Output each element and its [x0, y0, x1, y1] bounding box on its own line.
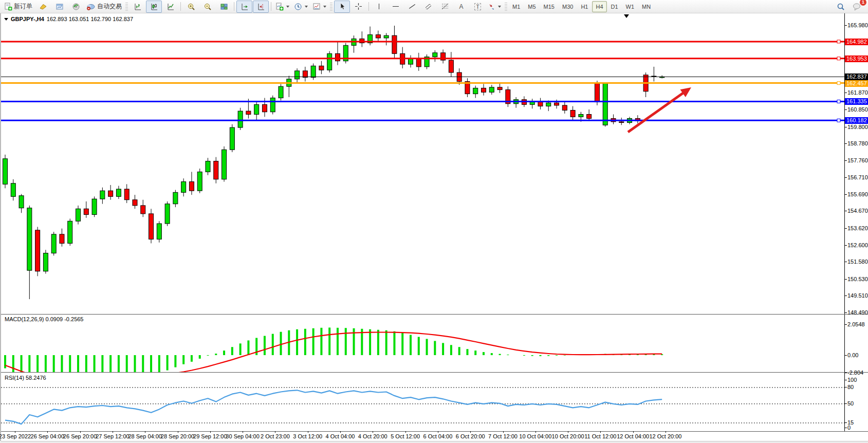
macd-histogram-bar	[483, 352, 485, 355]
auto-scroll-button[interactable]	[236, 1, 252, 13]
panel-separator[interactable]	[1, 372, 868, 373]
fibonacci-tool-button[interactable]	[437, 1, 453, 13]
data-window-button[interactable]	[51, 1, 67, 13]
indicators-button[interactable]	[273, 1, 291, 13]
candle	[376, 35, 380, 38]
navigator-button[interactable]	[68, 1, 84, 13]
new-order-label: 新订单	[14, 2, 32, 11]
time-tick	[210, 431, 211, 433]
timeframe-group: M1M5M15M30H1H4D1W1MN	[509, 1, 654, 12]
chart-shift-marker[interactable]	[624, 14, 629, 18]
toolbar-drag-handle[interactable]	[125, 3, 128, 11]
macd-histogram-bar	[296, 329, 298, 355]
time-axis-label: 27 Sep 12:00	[96, 433, 129, 439]
time-tick	[470, 431, 471, 433]
autotrading-button[interactable]: 自动交易	[84, 1, 124, 13]
candle	[546, 103, 551, 106]
candle	[19, 196, 24, 208]
rsi-axis-label: 100	[847, 377, 857, 383]
line-chart-button[interactable]	[162, 1, 178, 13]
bar-chart-icon	[134, 3, 142, 11]
candle	[230, 127, 234, 150]
timeframe-button-m30[interactable]: M30	[559, 1, 577, 12]
toolbar-drag-handle[interactable]	[330, 3, 333, 11]
time-axis-label: 28 Sep 04:00	[128, 433, 161, 439]
time-tick	[113, 431, 113, 433]
macd-histogram-bar	[466, 349, 468, 355]
pivot-line-orange-anchor[interactable]	[837, 82, 840, 85]
toolbar-drag-handle[interactable]	[505, 3, 507, 11]
candle	[482, 88, 486, 92]
timeframe-button-m1[interactable]: M1	[509, 1, 524, 12]
macd-panel-canvas[interactable]	[1, 315, 844, 372]
time-tick	[178, 431, 178, 433]
time-axis-label: 30 Sep 04:00	[226, 433, 259, 439]
trend-arrow-head[interactable]	[680, 87, 692, 97]
resistance-line-lower-anchor[interactable]	[837, 57, 840, 60]
channel-tool-button[interactable]	[420, 1, 436, 13]
macd-histogram-bar	[458, 347, 460, 355]
market-watch-button[interactable]	[35, 1, 51, 13]
candle	[384, 35, 389, 38]
navigator-icon	[72, 3, 80, 11]
macd-histogram-bar	[85, 355, 87, 372]
macd-histogram-bar	[36, 355, 39, 372]
crosshair-tool-button[interactable]	[350, 1, 366, 13]
time-axis-label: 5 Oct 12:00	[391, 433, 420, 439]
macd-axis-label: 2.0548	[847, 321, 865, 327]
zoom-out-button[interactable]	[199, 1, 215, 13]
window-bottom-frame	[1, 441, 868, 443]
zoom-in-button[interactable]	[183, 1, 199, 13]
chart-shift-button[interactable]	[253, 1, 269, 13]
macd-histogram-bar	[280, 332, 282, 355]
trendline-tool-button[interactable]	[404, 1, 420, 13]
periods-button[interactable]	[292, 1, 310, 13]
horizontal-line-tool-button[interactable]	[387, 1, 403, 13]
cursor-tool-button[interactable]	[334, 1, 350, 13]
timeframe-button-mn[interactable]: MN	[638, 1, 654, 12]
candle	[51, 234, 56, 253]
macd-axis-label: -2.804	[847, 370, 863, 376]
text-tool-button[interactable]: A	[453, 1, 469, 13]
autotrading-label: 自动交易	[97, 2, 122, 11]
zoom-out-icon	[204, 3, 212, 11]
autotrading-icon	[86, 3, 96, 11]
support-line-upper-anchor[interactable]	[837, 100, 840, 103]
macd-histogram-bar	[247, 340, 249, 355]
rsi-panel-canvas[interactable]	[1, 373, 844, 431]
macd-histogram-bar	[223, 350, 225, 355]
time-axis[interactable]: 23 Sep 202226 Sep 04:0026 Sep 20:0027 Se…	[1, 432, 868, 441]
bar-chart-button[interactable]	[130, 1, 145, 13]
trend-arrow-line[interactable]	[628, 92, 685, 132]
timeframe-button-h4[interactable]: H4	[592, 1, 606, 12]
candle	[254, 104, 259, 114]
candle	[570, 110, 575, 117]
macd-histogram-bar	[21, 355, 23, 372]
label-tool-button[interactable]: T	[470, 1, 486, 13]
candlestick-chart-button[interactable]	[146, 1, 162, 13]
timeframe-button-d1[interactable]: D1	[607, 1, 622, 12]
support-line-lower-anchor[interactable]	[837, 119, 840, 122]
candle	[652, 76, 656, 77]
candle	[35, 230, 40, 271]
templates-button[interactable]	[310, 1, 328, 13]
vertical-line-tool-button[interactable]	[371, 1, 387, 13]
resistance-line-upper-anchor[interactable]	[837, 40, 840, 43]
main-chart-canvas[interactable]	[1, 14, 868, 314]
cursor-icon	[339, 3, 346, 10]
templates-icon	[312, 3, 321, 11]
fibonacci-icon	[441, 3, 449, 10]
notifications-button[interactable]: 1	[849, 1, 865, 13]
timeframe-button-h1[interactable]: H1	[577, 1, 592, 12]
timeframe-button-m5[interactable]: M5	[524, 1, 539, 12]
time-tick	[308, 431, 308, 433]
chart-menu-caret-icon[interactable]	[4, 18, 8, 21]
timeframe-button-m15[interactable]: M15	[540, 1, 558, 12]
timeframe-button-w1[interactable]: W1	[622, 1, 638, 12]
tile-windows-button[interactable]	[216, 1, 232, 13]
macd-histogram-bar	[199, 355, 201, 359]
arrows-tool-button[interactable]	[486, 1, 503, 13]
panel-separator[interactable]	[1, 314, 868, 315]
new-order-button[interactable]: 新订单	[2, 1, 34, 13]
search-button[interactable]	[833, 1, 848, 13]
